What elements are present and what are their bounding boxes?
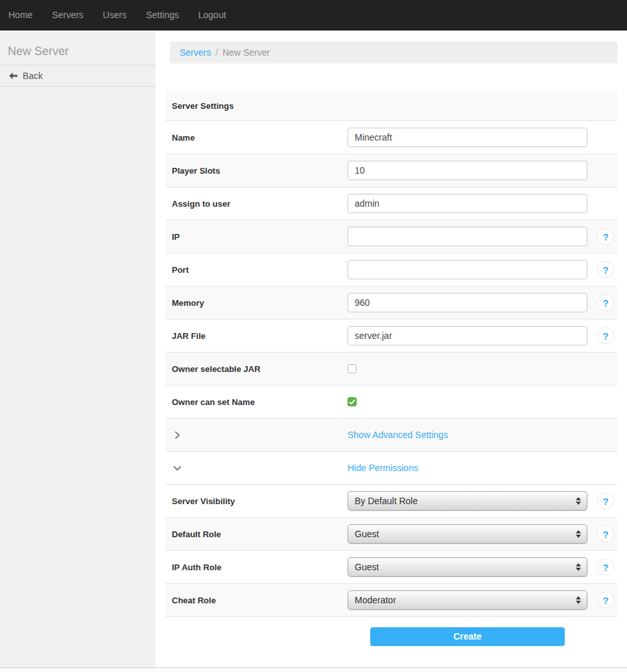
- server-visibility-row: Server VisibilityBy Default Role?: [165, 485, 617, 518]
- ip-row: IP?: [165, 220, 617, 253]
- cheat-role-row: Cheat RoleModerator?: [165, 584, 617, 617]
- owner-selectable-jar-label: Owner selectable JAR: [165, 364, 348, 374]
- breadcrumb: Servers / New Server: [170, 41, 617, 64]
- ip-input[interactable]: [348, 227, 587, 246]
- port-label: Port: [165, 265, 348, 275]
- nav-item-users[interactable]: Users: [93, 0, 137, 30]
- default-role-select-value: Guest: [355, 529, 379, 539]
- default-role-label: Default Role: [165, 529, 348, 539]
- breadcrumb-current: New Server: [222, 47, 270, 58]
- nav-item-settings[interactable]: Settings: [136, 0, 189, 30]
- help-icon[interactable]: ?: [597, 559, 614, 575]
- jar-file-input[interactable]: [348, 326, 587, 345]
- section-title: Server Settings: [165, 101, 348, 111]
- server-visibility-select[interactable]: By Default Role: [348, 491, 587, 511]
- create-button[interactable]: Create: [370, 627, 565, 646]
- show-advanced-settings-row: Show Advanced Settings: [165, 419, 617, 452]
- create-row: Create: [165, 617, 617, 656]
- server-settings-form: Server SettingsNamePlayer SlotsAssign to…: [165, 91, 617, 656]
- arrow-left-icon: [8, 72, 18, 80]
- cheat-role-select[interactable]: Moderator: [348, 590, 587, 610]
- cheat-role-label: Cheat Role: [165, 596, 348, 605]
- chevron-right-icon: [165, 430, 348, 440]
- jar-file-label: JAR File: [165, 331, 348, 341]
- server-visibility-label: Server Visibility: [165, 496, 348, 506]
- owner-selectable-jar-checkbox[interactable]: [348, 364, 357, 373]
- help-icon[interactable]: ?: [597, 228, 614, 245]
- ip-auth-role-label: IP Auth Role: [165, 562, 348, 572]
- server-settings-row: Server Settings: [165, 91, 617, 121]
- default-role-row: Default RoleGuest?: [165, 518, 617, 551]
- memory-label: Memory: [165, 298, 348, 308]
- chevron-down-icon: [172, 463, 182, 473]
- back-label: Back: [23, 71, 43, 81]
- jar-file-row: JAR File?: [165, 319, 617, 353]
- name-row: Name: [165, 121, 617, 154]
- hide-permissions-row: Hide Permissions: [165, 452, 617, 485]
- back-button[interactable]: Back: [0, 65, 156, 87]
- player-slots-row: Player Slots: [165, 154, 617, 187]
- help-icon[interactable]: ?: [597, 294, 614, 311]
- chevron-down-icon: [165, 463, 348, 473]
- nav-item-logout[interactable]: Logout: [189, 0, 236, 30]
- player-slots-input[interactable]: [348, 161, 587, 180]
- assign-to-user-input[interactable]: [348, 194, 587, 213]
- main-content: Servers / New Server Server SettingsName…: [156, 31, 627, 667]
- default-role-select[interactable]: Guest: [348, 524, 587, 544]
- page-title: New Server: [0, 31, 156, 65]
- server-visibility-select-value: By Default Role: [355, 496, 418, 506]
- select-stepper-icon: [576, 530, 581, 538]
- owner-can-set-name-row: Owner can set Name: [165, 386, 617, 419]
- owner-can-set-name-checkbox[interactable]: [348, 397, 357, 406]
- hide-permissions-link[interactable]: Hide Permissions: [348, 463, 418, 473]
- help-icon[interactable]: ?: [597, 592, 614, 608]
- port-row: Port?: [165, 253, 617, 286]
- breadcrumb-link-servers[interactable]: Servers: [180, 47, 211, 58]
- help-icon[interactable]: ?: [597, 492, 614, 509]
- select-stepper-icon: [576, 596, 581, 604]
- player-slots-label: Player Slots: [165, 166, 348, 176]
- name-input[interactable]: [348, 128, 587, 147]
- help-icon[interactable]: ?: [597, 526, 614, 542]
- ip-auth-role-row: IP Auth RoleGuest?: [165, 551, 617, 584]
- assign-to-user-row: Assign to user: [165, 187, 617, 220]
- name-label: Name: [165, 133, 348, 143]
- help-icon[interactable]: ?: [597, 327, 614, 344]
- owner-can-set-name-label: Owner can set Name: [165, 397, 348, 407]
- sidebar: New Server Back: [0, 31, 156, 667]
- memory-input[interactable]: [348, 293, 587, 312]
- ip-auth-role-select[interactable]: Guest: [348, 557, 587, 577]
- cheat-role-select-value: Moderator: [355, 595, 396, 605]
- show-advanced-settings-link[interactable]: Show Advanced Settings: [348, 430, 448, 440]
- footer-divider: [0, 667, 627, 672]
- chevron-right-icon: [172, 430, 182, 440]
- assign-to-user-label: Assign to user: [165, 199, 348, 209]
- top-navbar: HomeServersUsersSettingsLogout: [0, 0, 627, 30]
- ip-auth-role-select-value: Guest: [355, 562, 379, 572]
- breadcrumb-separator: /: [215, 47, 218, 58]
- nav-item-servers[interactable]: Servers: [42, 0, 93, 30]
- ip-label: IP: [165, 232, 348, 242]
- nav-item-home[interactable]: Home: [0, 0, 42, 30]
- owner-selectable-jar-row: Owner selectable JAR: [165, 353, 617, 386]
- select-stepper-icon: [576, 563, 581, 571]
- memory-row: Memory?: [165, 286, 617, 319]
- help-icon[interactable]: ?: [597, 261, 614, 278]
- select-stepper-icon: [576, 497, 581, 505]
- port-input[interactable]: [348, 260, 587, 279]
